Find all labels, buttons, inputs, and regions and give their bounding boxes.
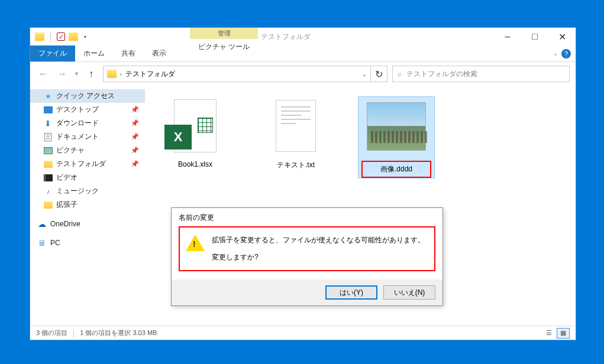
folder-icon bbox=[43, 160, 53, 169]
pin-icon: 📌 bbox=[131, 119, 139, 127]
warning-icon bbox=[186, 235, 205, 251]
sidebar-item-videos[interactable]: ビデオ bbox=[30, 171, 145, 184]
sidebar-item-label: ドキュメント bbox=[56, 132, 99, 142]
search-icon: ⌕ bbox=[398, 70, 402, 78]
address-dropdown[interactable]: ⌄ bbox=[362, 71, 367, 77]
tab-picture-tools[interactable]: ピクチャ ツール bbox=[190, 39, 258, 55]
sidebar-item-label: デスクトップ bbox=[56, 105, 99, 115]
tab-share[interactable]: 共有 bbox=[113, 46, 144, 61]
download-icon: ⬇ bbox=[43, 119, 53, 128]
sidebar-item-label: ミュージック bbox=[56, 186, 99, 196]
file-name: テキスト.txt bbox=[257, 160, 334, 170]
pin-icon: 📌 bbox=[131, 106, 139, 113]
sidebar-item-testfolder[interactable]: テストフォルダ 📌 bbox=[30, 157, 145, 171]
dialog-title: 名前の変更 bbox=[172, 208, 442, 226]
chevron-right-icon: › bbox=[120, 71, 122, 77]
sidebar-item-pictures[interactable]: ピクチャ 📌 bbox=[30, 144, 145, 157]
excel-file-icon: X bbox=[166, 96, 225, 155]
sidebar-onedrive[interactable]: ☁ OneDrive bbox=[30, 217, 145, 230]
text-file-icon bbox=[266, 96, 325, 155]
help-icon[interactable]: ? bbox=[561, 49, 571, 58]
status-bar: 3 個の項目 1 個の項目を選択 3.03 MB ☰ ▦ bbox=[30, 326, 576, 340]
sidebar-item-label: ビデオ bbox=[56, 173, 77, 183]
yes-button[interactable]: はい(Y) bbox=[325, 285, 377, 300]
dialog-message-line1: 拡張子を変更すると、ファイルが使えなくなる可能性があります。 bbox=[212, 235, 425, 246]
sidebar-item-label: ピクチャ bbox=[56, 145, 85, 155]
pin-icon: 📌 bbox=[131, 160, 139, 168]
desktop-icon bbox=[43, 105, 53, 115]
dialog-message-line2: 変更しますか? bbox=[212, 252, 425, 263]
check-icon[interactable]: ✓ bbox=[57, 32, 65, 41]
rename-dialog: 名前の変更 拡張子を変更すると、ファイルが使えなくなる可能性があります。 変更し… bbox=[171, 207, 443, 306]
star-icon: ★ bbox=[43, 92, 53, 101]
sidebar-item-label: OneDrive bbox=[50, 220, 80, 228]
folder-icon bbox=[107, 70, 117, 78]
image-thumbnail bbox=[367, 97, 426, 156]
sidebar-item-label: テストフォルダ bbox=[56, 159, 106, 169]
back-button[interactable]: ← bbox=[36, 67, 50, 81]
folder-icon bbox=[43, 200, 53, 210]
file-name: Book1.xlsx bbox=[157, 160, 234, 168]
video-icon bbox=[43, 173, 53, 183]
up-button[interactable]: ↑ bbox=[84, 67, 98, 81]
view-thumbnails-button[interactable]: ▦ bbox=[557, 328, 570, 339]
close-button[interactable]: ✕ bbox=[548, 28, 576, 46]
picture-icon bbox=[43, 146, 53, 155]
tab-home[interactable]: ホーム bbox=[75, 46, 113, 61]
ribbon-expand-icon[interactable]: ⌄ bbox=[553, 50, 558, 57]
sidebar-item-music[interactable]: ♪ ミュージック bbox=[30, 184, 145, 198]
cloud-icon: ☁ bbox=[37, 219, 47, 229]
view-details-button[interactable]: ☰ bbox=[542, 328, 555, 339]
sidebar-item-documents[interactable]: ドキュメント 📌 bbox=[30, 130, 145, 144]
sidebar-item-label: ダウンロード bbox=[56, 118, 99, 128]
pin-icon: 📌 bbox=[131, 147, 139, 154]
sidebar-item-label: 拡張子 bbox=[56, 200, 77, 210]
no-button[interactable]: いいえ(N) bbox=[383, 285, 435, 300]
search-box[interactable]: ⌕ テストフォルダの検索 bbox=[392, 66, 570, 82]
status-selection: 1 個の項目を選択 3.03 MB bbox=[80, 329, 157, 337]
file-item[interactable]: テキスト.txt bbox=[257, 96, 334, 170]
rename-input[interactable]: 画像.dddd bbox=[361, 161, 431, 178]
address-bar[interactable]: › テストフォルダ ⌄ bbox=[103, 66, 371, 82]
pin-icon: 📌 bbox=[131, 133, 139, 141]
ribbon-tabs: 管理 ピクチャ ツール テストフォルダ ファイル ホーム 共有 表示 ⌄ ? bbox=[30, 46, 576, 62]
window-title: テストフォルダ bbox=[261, 32, 311, 42]
qat-dropdown[interactable]: ▾ bbox=[84, 34, 86, 40]
sidebar-quick-access[interactable]: ★ クイック アクセス bbox=[30, 89, 145, 103]
folder-icon bbox=[35, 32, 44, 41]
address-path: テストフォルダ bbox=[125, 69, 175, 79]
maximize-button[interactable]: □ bbox=[521, 28, 548, 46]
sidebar-item-label: PC bbox=[50, 239, 60, 247]
status-item-count: 3 個の項目 bbox=[36, 329, 67, 337]
sidebar-item-desktop[interactable]: デスクトップ 📌 bbox=[30, 103, 145, 116]
tab-file[interactable]: ファイル bbox=[30, 46, 75, 61]
separator bbox=[50, 31, 51, 42]
forward-button[interactable]: → bbox=[55, 67, 69, 81]
refresh-button[interactable]: ↻ bbox=[371, 66, 387, 82]
search-placeholder: テストフォルダの検索 bbox=[406, 69, 477, 79]
sidebar-item-label: クイック アクセス bbox=[56, 91, 115, 101]
separator bbox=[73, 329, 74, 337]
document-icon bbox=[43, 132, 53, 142]
sidebar-item-ext[interactable]: 拡張子 bbox=[30, 198, 145, 212]
pc-icon: 🖥 bbox=[37, 238, 47, 248]
context-tab-header: 管理 bbox=[190, 28, 258, 39]
sidebar: ★ クイック アクセス デスクトップ 📌 ⬇ ダウンロード 📌 ドキュメント 📌… bbox=[30, 86, 145, 326]
file-item[interactable]: X Book1.xlsx bbox=[157, 96, 234, 168]
history-dropdown[interactable]: ▼ bbox=[74, 71, 79, 77]
music-icon: ♪ bbox=[43, 187, 53, 196]
sidebar-pc[interactable]: 🖥 PC bbox=[30, 236, 145, 249]
navigation-row: ← → ▼ ↑ › テストフォルダ ⌄ ↻ ⌕ テストフォルダの検索 bbox=[30, 62, 576, 86]
file-item-selected[interactable]: 画像.dddd bbox=[358, 96, 435, 178]
folder-icon[interactable] bbox=[69, 32, 78, 41]
tab-view[interactable]: 表示 bbox=[144, 46, 175, 61]
sidebar-item-downloads[interactable]: ⬇ ダウンロード 📌 bbox=[30, 116, 145, 130]
minimize-button[interactable]: – bbox=[494, 28, 521, 46]
